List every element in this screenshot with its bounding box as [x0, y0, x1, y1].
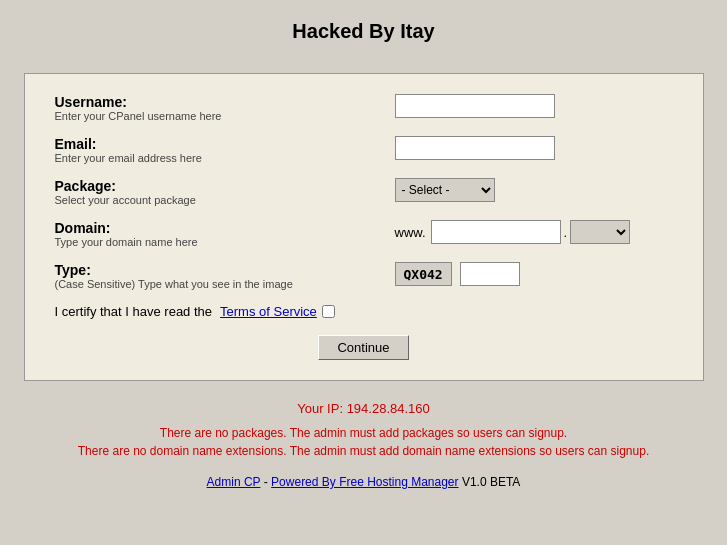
- package-select[interactable]: - Select -: [395, 178, 495, 202]
- domain-row: Domain: Type your domain name here www. …: [55, 220, 673, 248]
- continue-button[interactable]: Continue: [318, 335, 408, 360]
- domain-hint: Type your domain name here: [55, 236, 395, 248]
- domain-label-col: Domain: Type your domain name here: [55, 220, 395, 248]
- ip-value: 194.28.84.160: [347, 401, 430, 416]
- email-row: Email: Enter your email address here: [55, 136, 673, 164]
- username-hint: Enter your CPanel username here: [55, 110, 395, 122]
- package-row: Package: Select your account package - S…: [55, 178, 673, 206]
- domain-control: www. .: [395, 220, 673, 244]
- footer: Admin CP - Powered By Free Hosting Manag…: [20, 475, 707, 489]
- tos-text: I certify that I have read the: [55, 304, 213, 319]
- captcha-row: Type: (Case Sensitive) Type what you see…: [55, 262, 673, 290]
- username-control: [395, 94, 673, 118]
- footer-version: V1.0 BETA: [462, 475, 520, 489]
- tld-select[interactable]: [570, 220, 630, 244]
- error-msg-1: There are no packages. The admin must ad…: [20, 424, 707, 442]
- username-input[interactable]: [395, 94, 555, 118]
- powered-by-link[interactable]: Powered By Free Hosting Manager: [271, 475, 458, 489]
- page-title: Hacked By Itay: [20, 20, 707, 43]
- tos-checkbox[interactable]: [322, 305, 335, 318]
- domain-input[interactable]: [431, 220, 561, 244]
- email-input[interactable]: [395, 136, 555, 160]
- package-label-col: Package: Select your account package: [55, 178, 395, 206]
- email-hint: Enter your email address here: [55, 152, 395, 164]
- email-label: Email:: [55, 136, 395, 152]
- page-wrapper: Hacked By Itay Username: Enter your CPan…: [0, 0, 727, 545]
- tos-link[interactable]: Terms of Service: [220, 304, 317, 319]
- footer-separator: -: [264, 475, 271, 489]
- error-messages: There are no packages. The admin must ad…: [20, 424, 707, 460]
- package-control: - Select -: [395, 178, 673, 202]
- ip-info: Your IP: 194.28.84.160: [20, 401, 707, 416]
- package-hint: Select your account package: [55, 194, 395, 206]
- captcha-image: QX042: [395, 262, 452, 286]
- username-row: Username: Enter your CPanel username her…: [55, 94, 673, 122]
- email-control: [395, 136, 673, 160]
- info-area: Your IP: 194.28.84.160 There are no pack…: [20, 401, 707, 460]
- captcha-label: Type:: [55, 262, 395, 278]
- dot-separator: .: [564, 225, 568, 240]
- captcha-input[interactable]: [460, 262, 520, 286]
- domain-label: Domain:: [55, 220, 395, 236]
- error-msg-2: There are no domain name extensions. The…: [20, 442, 707, 460]
- captcha-control: QX042: [395, 262, 673, 286]
- username-label-col: Username: Enter your CPanel username her…: [55, 94, 395, 122]
- captcha-hint: (Case Sensitive) Type what you see in th…: [55, 278, 395, 290]
- captcha-label-col: Type: (Case Sensitive) Type what you see…: [55, 262, 395, 290]
- tos-row: I certify that I have read the Terms of …: [55, 304, 673, 319]
- package-label: Package:: [55, 178, 395, 194]
- email-label-col: Email: Enter your email address here: [55, 136, 395, 164]
- www-prefix: www.: [395, 225, 426, 240]
- signup-form: Username: Enter your CPanel username her…: [24, 73, 704, 381]
- username-label: Username:: [55, 94, 395, 110]
- ip-label: Your IP:: [297, 401, 343, 416]
- admin-cp-link[interactable]: Admin CP: [207, 475, 261, 489]
